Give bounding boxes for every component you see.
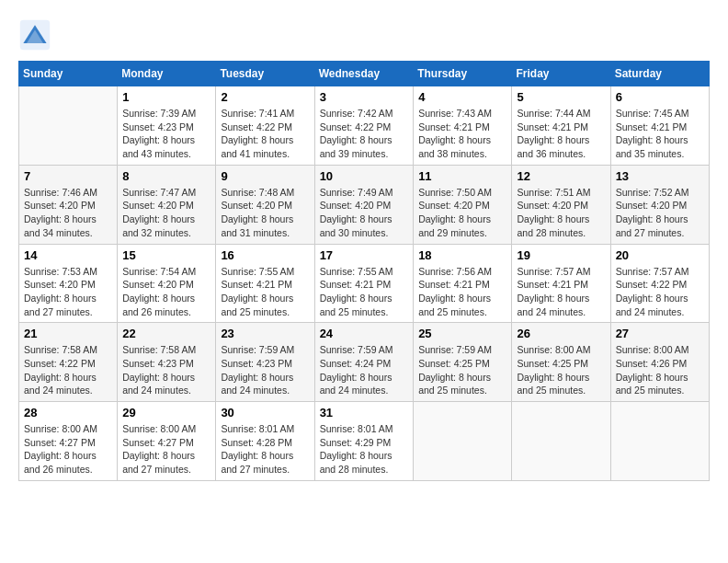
calendar-week-row: 1Sunrise: 7:39 AM Sunset: 4:23 PM Daylig… — [19, 86, 710, 166]
calendar-cell: 8Sunrise: 7:47 AM Sunset: 4:20 PM Daylig… — [118, 165, 216, 244]
cell-details: Sunrise: 7:52 AM Sunset: 4:20 PM Dayligh… — [616, 186, 704, 240]
calendar-cell: 21Sunrise: 7:58 AM Sunset: 4:22 PM Dayli… — [19, 323, 118, 402]
calendar-cell: 3Sunrise: 7:42 AM Sunset: 4:22 PM Daylig… — [314, 86, 414, 166]
calendar-cell: 19Sunrise: 7:57 AM Sunset: 4:21 PM Dayli… — [512, 244, 610, 323]
day-number: 27 — [616, 327, 704, 340]
calendar-cell: 18Sunrise: 7:56 AM Sunset: 4:21 PM Dayli… — [414, 244, 512, 323]
calendar-week-row: 28Sunrise: 8:00 AM Sunset: 4:27 PM Dayli… — [19, 402, 710, 481]
calendar-cell: 10Sunrise: 7:49 AM Sunset: 4:20 PM Dayli… — [314, 165, 414, 244]
col-header-sunday: Sunday — [19, 62, 118, 86]
calendar-cell: 11Sunrise: 7:50 AM Sunset: 4:20 PM Dayli… — [414, 165, 512, 244]
day-number: 3 — [320, 90, 409, 104]
calendar-cell: 25Sunrise: 7:59 AM Sunset: 4:25 PM Dayli… — [414, 323, 512, 402]
day-number: 6 — [616, 90, 704, 104]
calendar-cell: 4Sunrise: 7:43 AM Sunset: 4:21 PM Daylig… — [414, 86, 512, 166]
cell-details: Sunrise: 8:00 AM Sunset: 4:27 PM Dayligh… — [122, 422, 210, 477]
day-number: 25 — [418, 327, 506, 340]
calendar-week-row: 7Sunrise: 7:46 AM Sunset: 4:20 PM Daylig… — [19, 165, 710, 244]
cell-details: Sunrise: 7:46 AM Sunset: 4:20 PM Dayligh… — [24, 186, 112, 240]
calendar-cell: 31Sunrise: 8:01 AM Sunset: 4:29 PM Dayli… — [314, 402, 414, 481]
cell-details: Sunrise: 8:01 AM Sunset: 4:29 PM Dayligh… — [320, 422, 409, 477]
calendar-week-row: 14Sunrise: 7:53 AM Sunset: 4:20 PM Dayli… — [19, 244, 710, 323]
cell-details: Sunrise: 7:58 AM Sunset: 4:22 PM Dayligh… — [24, 343, 112, 397]
day-number: 20 — [616, 248, 704, 262]
cell-details: Sunrise: 7:59 AM Sunset: 4:25 PM Dayligh… — [418, 343, 506, 397]
cell-details: Sunrise: 7:50 AM Sunset: 4:20 PM Dayligh… — [418, 186, 506, 240]
calendar-cell: 17Sunrise: 7:55 AM Sunset: 4:21 PM Dayli… — [314, 244, 414, 323]
calendar-cell: 23Sunrise: 7:59 AM Sunset: 4:23 PM Dayli… — [216, 323, 314, 402]
calendar-cell: 9Sunrise: 7:48 AM Sunset: 4:20 PM Daylig… — [216, 165, 314, 244]
calendar-cell: 29Sunrise: 8:00 AM Sunset: 4:27 PM Dayli… — [118, 402, 216, 481]
cell-details: Sunrise: 8:00 AM Sunset: 4:27 PM Dayligh… — [24, 422, 112, 477]
cell-details: Sunrise: 7:51 AM Sunset: 4:20 PM Dayligh… — [517, 186, 605, 240]
calendar-table: SundayMondayTuesdayWednesdayThursdayFrid… — [18, 61, 710, 481]
day-number: 10 — [320, 169, 409, 183]
calendar-cell: 22Sunrise: 7:58 AM Sunset: 4:23 PM Dayli… — [118, 323, 216, 402]
calendar-cell — [610, 402, 709, 481]
cell-details: Sunrise: 8:00 AM Sunset: 4:25 PM Dayligh… — [517, 343, 605, 397]
calendar-header-row: SundayMondayTuesdayWednesdayThursdayFrid… — [19, 62, 710, 86]
day-number: 22 — [122, 327, 210, 340]
cell-details: Sunrise: 7:44 AM Sunset: 4:21 PM Dayligh… — [517, 107, 605, 161]
calendar-cell: 20Sunrise: 7:57 AM Sunset: 4:22 PM Dayli… — [610, 244, 709, 323]
day-number: 24 — [320, 327, 409, 340]
day-number: 28 — [24, 406, 112, 419]
day-number: 23 — [221, 327, 309, 340]
cell-details: Sunrise: 7:39 AM Sunset: 4:23 PM Dayligh… — [122, 107, 210, 161]
day-number: 19 — [517, 248, 605, 262]
cell-details: Sunrise: 7:55 AM Sunset: 4:21 PM Dayligh… — [221, 265, 309, 319]
calendar-cell: 2Sunrise: 7:41 AM Sunset: 4:22 PM Daylig… — [216, 86, 314, 166]
calendar-cell: 7Sunrise: 7:46 AM Sunset: 4:20 PM Daylig… — [19, 165, 118, 244]
calendar-cell: 1Sunrise: 7:39 AM Sunset: 4:23 PM Daylig… — [118, 86, 216, 166]
cell-details: Sunrise: 7:45 AM Sunset: 4:21 PM Dayligh… — [616, 107, 704, 161]
cell-details: Sunrise: 7:54 AM Sunset: 4:20 PM Dayligh… — [122, 265, 210, 319]
calendar-cell: 15Sunrise: 7:54 AM Sunset: 4:20 PM Dayli… — [118, 244, 216, 323]
cell-details: Sunrise: 7:49 AM Sunset: 4:20 PM Dayligh… — [320, 186, 409, 240]
cell-details: Sunrise: 7:42 AM Sunset: 4:22 PM Dayligh… — [320, 107, 409, 161]
calendar-cell: 24Sunrise: 7:59 AM Sunset: 4:24 PM Dayli… — [314, 323, 414, 402]
calendar-cell: 16Sunrise: 7:55 AM Sunset: 4:21 PM Dayli… — [216, 244, 314, 323]
calendar-cell: 6Sunrise: 7:45 AM Sunset: 4:21 PM Daylig… — [610, 86, 709, 166]
logo — [18, 18, 55, 52]
day-number: 29 — [122, 406, 210, 419]
cell-details: Sunrise: 7:57 AM Sunset: 4:21 PM Dayligh… — [517, 265, 605, 319]
calendar-cell: 13Sunrise: 7:52 AM Sunset: 4:20 PM Dayli… — [610, 165, 709, 244]
calendar-cell — [512, 402, 610, 481]
cell-details: Sunrise: 7:59 AM Sunset: 4:23 PM Dayligh… — [221, 343, 309, 397]
day-number: 31 — [320, 406, 409, 419]
cell-details: Sunrise: 8:00 AM Sunset: 4:26 PM Dayligh… — [616, 343, 704, 397]
day-number: 4 — [418, 90, 506, 104]
cell-details: Sunrise: 7:57 AM Sunset: 4:22 PM Dayligh… — [616, 265, 704, 319]
cell-details: Sunrise: 7:58 AM Sunset: 4:23 PM Dayligh… — [122, 343, 210, 397]
day-number: 7 — [24, 169, 112, 183]
page-header — [18, 18, 710, 52]
cell-details: Sunrise: 7:53 AM Sunset: 4:20 PM Dayligh… — [24, 265, 112, 319]
col-header-monday: Monday — [118, 62, 216, 86]
col-header-saturday: Saturday — [610, 62, 709, 86]
calendar-cell: 14Sunrise: 7:53 AM Sunset: 4:20 PM Dayli… — [19, 244, 118, 323]
day-number: 16 — [221, 248, 309, 262]
calendar-cell: 26Sunrise: 8:00 AM Sunset: 4:25 PM Dayli… — [512, 323, 610, 402]
day-number: 2 — [221, 90, 309, 104]
col-header-wednesday: Wednesday — [314, 62, 414, 86]
day-number: 1 — [122, 90, 210, 104]
col-header-friday: Friday — [512, 62, 610, 86]
day-number: 15 — [122, 248, 210, 262]
calendar-cell — [19, 86, 118, 166]
cell-details: Sunrise: 7:41 AM Sunset: 4:22 PM Dayligh… — [221, 107, 309, 161]
day-number: 5 — [517, 90, 605, 104]
cell-details: Sunrise: 7:56 AM Sunset: 4:21 PM Dayligh… — [418, 265, 506, 319]
calendar-cell: 27Sunrise: 8:00 AM Sunset: 4:26 PM Dayli… — [610, 323, 709, 402]
day-number: 9 — [221, 169, 309, 183]
cell-details: Sunrise: 7:55 AM Sunset: 4:21 PM Dayligh… — [320, 265, 409, 319]
logo-icon — [18, 18, 51, 52]
day-number: 21 — [24, 327, 112, 340]
cell-details: Sunrise: 7:47 AM Sunset: 4:20 PM Dayligh… — [122, 186, 210, 240]
day-number: 26 — [517, 327, 605, 340]
calendar-cell: 5Sunrise: 7:44 AM Sunset: 4:21 PM Daylig… — [512, 86, 610, 166]
col-header-thursday: Thursday — [414, 62, 512, 86]
calendar-week-row: 21Sunrise: 7:58 AM Sunset: 4:22 PM Dayli… — [19, 323, 710, 402]
day-number: 30 — [221, 406, 309, 419]
cell-details: Sunrise: 7:59 AM Sunset: 4:24 PM Dayligh… — [320, 343, 409, 397]
day-number: 12 — [517, 169, 605, 183]
